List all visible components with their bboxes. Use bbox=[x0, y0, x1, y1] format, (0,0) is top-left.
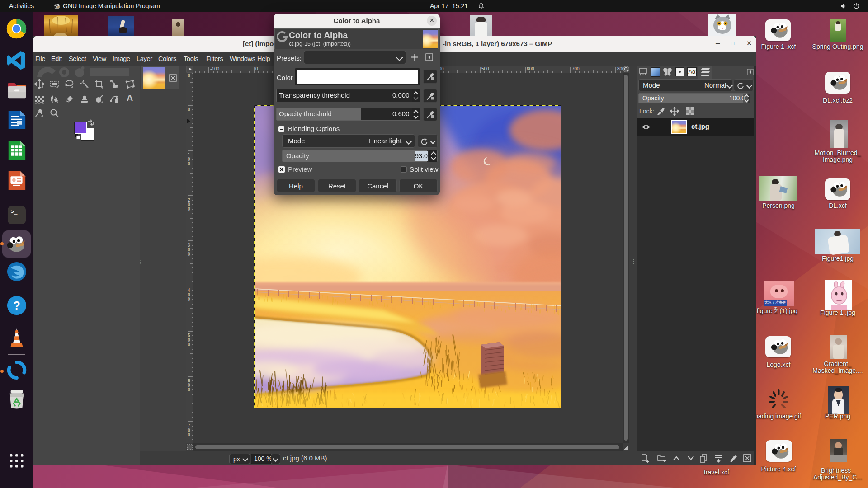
svg-text:0: 0 bbox=[188, 206, 190, 211]
svg-text:800: 800 bbox=[617, 66, 623, 71]
svg-text:?: ? bbox=[13, 299, 20, 312]
svg-text:700: 700 bbox=[572, 66, 580, 71]
svg-text:0: 0 bbox=[188, 342, 190, 347]
svg-text:0: 0 bbox=[188, 387, 190, 392]
svg-text:500: 500 bbox=[481, 66, 489, 71]
svg-text:0: 0 bbox=[188, 252, 190, 257]
svg-text:600: 600 bbox=[527, 66, 534, 71]
svg-text:0: 0 bbox=[255, 66, 258, 71]
svg-text:0: 0 bbox=[188, 107, 190, 112]
svg-text:>_: >_ bbox=[11, 209, 18, 216]
svg-text:0: 0 bbox=[188, 161, 190, 166]
svg-text:0: 0 bbox=[188, 432, 190, 437]
svg-text:0: 0 bbox=[188, 297, 190, 302]
svg-text:0: 0 bbox=[188, 73, 190, 78]
svg-text:-100: -100 bbox=[210, 66, 219, 71]
